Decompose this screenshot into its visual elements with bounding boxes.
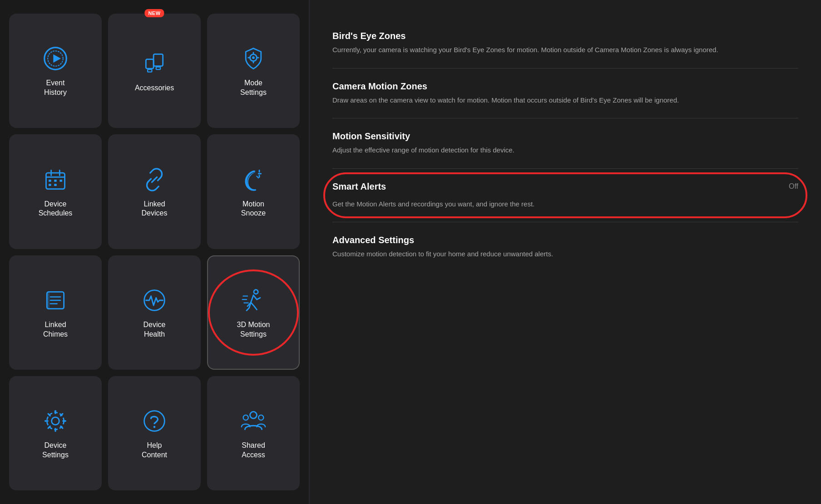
birds-eye-zones-desc: Currently, your camera is watching your … [332,45,798,55]
tile-linked-chimes[interactable]: LinkedChimes [9,255,102,370]
devices-icon [141,50,168,77]
svg-point-39 [250,412,257,419]
camera-motion-zones-desc: Draw areas on the camera view to watch f… [332,95,798,106]
play-circle-icon [42,45,69,72]
tile-3d-motion-settings-label: 3D MotionSettings [237,320,270,339]
shield-settings-icon [240,45,267,72]
link-icon [141,166,168,193]
advanced-settings-desc: Customize motion detection to fit your h… [332,249,798,259]
svg-rect-3 [146,59,153,69]
moon-icon [240,166,267,193]
svg-rect-2 [153,54,163,66]
tile-device-health-label: DeviceHealth [143,320,166,339]
smart-alerts-header: Smart Alerts Off [332,181,798,196]
tile-linked-devices[interactable]: LinkedDevices [108,134,201,249]
tile-motion-snooze-label: MotionSnooze [241,200,266,219]
svg-point-37 [144,411,165,431]
tile-mode-settings[interactable]: ModeSettings [207,14,300,128]
svg-point-31 [254,289,258,294]
tile-accessories[interactable]: NEW Accessories [108,14,201,128]
motion-sensitivity-desc: Adjust the effective range of motion det… [332,145,798,156]
camera-motion-zones-section[interactable]: Camera Motion Zones Draw areas on the ca… [332,69,798,119]
svg-rect-17 [54,180,57,182]
tile-device-health[interactable]: DeviceHealth [108,255,201,370]
list-text-icon [42,287,69,314]
svg-rect-16 [49,180,51,182]
smart-alerts-section[interactable]: Smart Alerts Off Get the Motion Alerts a… [332,169,798,223]
gear-icon [42,407,69,435]
svg-point-40 [243,415,248,420]
smart-alerts-status: Off [789,182,798,191]
calendar-icon [42,166,69,193]
svg-line-24 [257,176,258,178]
smart-alerts-desc: Get the Motion Alerts and recordings you… [332,199,798,210]
running-person-icon [240,287,267,314]
svg-rect-18 [59,180,62,182]
tile-device-settings-label: DeviceSettings [42,441,69,460]
tile-accessories-label: Accessories [135,83,174,93]
people-icon [240,407,267,435]
svg-rect-20 [54,184,57,186]
svg-point-36 [47,412,64,429]
birds-eye-zones-title: Bird's Eye Zones [332,31,798,41]
tile-linked-chimes-label: LinkedChimes [43,320,68,339]
tile-shared-access-label: SharedAccess [242,441,265,460]
tile-shared-access[interactable]: SharedAccess [207,376,300,490]
svg-point-41 [258,415,263,420]
tiles-grid: EventHistory NEW Accessories [0,0,309,504]
svg-rect-29 [47,292,49,308]
motion-sensitivity-section[interactable]: Motion Sensitivity Adjust the effective … [332,118,798,169]
tile-motion-snooze[interactable]: MotionSnooze [207,134,300,249]
svg-point-35 [52,417,59,425]
camera-motion-zones-title: Camera Motion Zones [332,81,798,92]
tile-3d-motion-settings[interactable]: 3D MotionSettings [207,255,300,370]
heartbeat-icon [141,287,168,314]
advanced-settings-section[interactable]: Advanced Settings Customize motion detec… [332,222,798,272]
tile-help-content[interactable]: HelpContent [108,376,201,490]
tile-help-content-label: HelpContent [142,441,167,460]
tile-mode-settings-label: ModeSettings [240,78,267,98]
tile-device-schedules-label: DeviceSchedules [39,200,73,219]
tile-device-schedules[interactable]: DeviceSchedules [9,134,102,249]
tile-event-history-label: EventHistory [44,78,67,98]
tile-event-history[interactable]: EventHistory [9,14,102,128]
svg-rect-5 [156,67,160,69]
tile-device-settings[interactable]: DeviceSettings [9,376,102,490]
motion-sensitivity-title: Motion Sensitivity [332,131,798,142]
birds-eye-zones-section[interactable]: Bird's Eye Zones Currently, your camera … [332,18,798,69]
svg-rect-4 [148,69,152,72]
advanced-settings-title: Advanced Settings [332,235,798,245]
svg-point-7 [252,57,255,59]
svg-rect-19 [49,184,51,186]
smart-alerts-title: Smart Alerts [332,181,386,192]
svg-point-38 [153,426,156,428]
question-circle-icon [141,407,168,435]
settings-panel: Bird's Eye Zones Currently, your camera … [310,0,821,504]
tile-linked-devices-label: LinkedDevices [142,200,168,219]
new-badge: NEW [144,9,164,17]
